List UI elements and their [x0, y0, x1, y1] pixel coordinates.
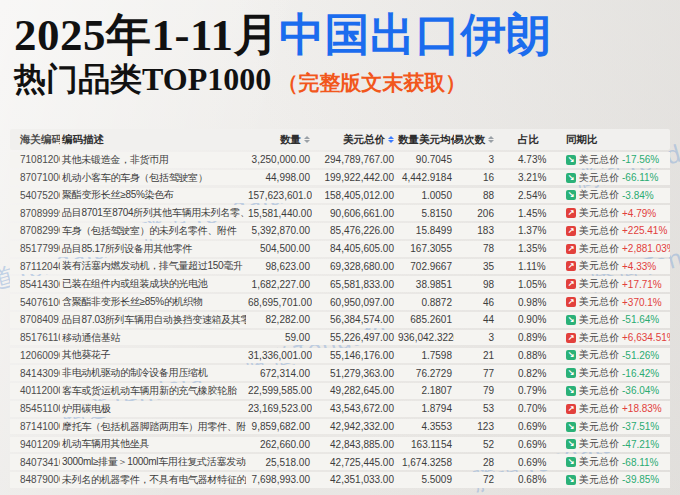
yoy-metric-label: 美元总价: [579, 277, 619, 291]
yoy-percent: -68.11%: [622, 457, 659, 468]
trade-count-cell: 28: [454, 457, 496, 468]
trend-icon: ↘: [566, 475, 576, 485]
quantity-cell: 23,169,523.00: [246, 403, 312, 414]
yoy-metric-label: 美元总价: [579, 437, 619, 451]
share-cell: 1.05%: [496, 279, 552, 290]
hs-code-cell: 85414300: [10, 279, 60, 290]
quantity-cell: 1,682,227.00: [246, 279, 312, 290]
trend-icon: ↗: [566, 261, 576, 271]
avg-price-cell: 5.8150: [396, 208, 454, 219]
sort-caret-icon[interactable]: [488, 136, 494, 143]
table-row: 87084091 品目87.03所列车辆用自动换挡变速箱及其零件 82,282.…: [10, 312, 670, 328]
avg-price-cell: 4,442.9184: [396, 172, 454, 183]
avg-price-cell: 1,674.3258: [396, 457, 454, 468]
avg-price-cell: 0.8872: [396, 297, 454, 308]
description-cell: 3000ml≥排量＞1000ml车用往复式活塞发动机: [60, 455, 246, 469]
avg-price-cell: 15.8499: [396, 225, 454, 236]
trend-icon: ↘: [566, 155, 576, 165]
table-row: 12060090 其他葵花子 31,336,001.00 55,146,176.…: [10, 348, 670, 364]
header-quantity-sort[interactable]: 数量: [246, 133, 312, 147]
trade-count-cell: 123: [454, 421, 496, 432]
usd-total-cell: 60,950,097.00: [312, 297, 396, 308]
trade-count-cell: 183: [454, 225, 496, 236]
trade-count-cell: 79: [454, 385, 496, 396]
yoy-percent: -66.11%: [622, 172, 659, 183]
trade-count-cell: 21: [454, 350, 496, 361]
table-row: 85414300 已装在组件内或组装成块的光电池 1,682,227.00 65…: [10, 276, 670, 292]
yoy-cell: ↗ 美元总价 +18.83%: [552, 402, 670, 416]
trend-icon: ↘: [566, 457, 576, 467]
header-trade-count-label: 贸易次数: [454, 133, 485, 147]
share-cell: 1.11%: [496, 261, 552, 272]
hs-code-cell: 87112040: [10, 261, 60, 272]
yoy-cell: ↘ 美元总价 -66.11%: [552, 171, 670, 185]
yoy-percent: +17.71%: [622, 279, 662, 290]
yoy-cell: ↗ 美元总价 +6,634.51%: [552, 331, 670, 345]
usd-total-cell: 43,543,672.00: [312, 403, 396, 414]
header-hs-code: 海关编码: [10, 133, 60, 147]
table-row: 85176110 移动通信基站 59.00 55,226,497.00 936,…: [10, 330, 670, 346]
yoy-metric-label: 美元总价: [579, 384, 619, 398]
sort-caret-icon[interactable]: [304, 136, 310, 143]
share-cell: 2.54%: [496, 190, 552, 201]
header-avg-price: 数量美元均价: [396, 133, 454, 147]
sort-caret-active-icon[interactable]: [388, 136, 394, 143]
yoy-percent: -39.85%: [622, 474, 659, 485]
yoy-cell: ↗ 美元总价 +2,881.03%: [552, 242, 670, 256]
yoy-cell: ↗ 美元总价 +4.33%: [552, 259, 670, 273]
description-cell: 车身（包括驾驶室）的未列名零件、附件: [60, 224, 246, 238]
yoy-metric-label: 美元总价: [579, 455, 619, 469]
table-row: 54076100 含聚酯非变形长丝≥85%的机织物 68,695,701.00 …: [10, 294, 670, 310]
share-cell: 0.70%: [496, 403, 552, 414]
usd-total-cell: 90,606,661.00: [312, 208, 396, 219]
yoy-percent: -47.21%: [622, 439, 659, 450]
share-cell: 3.21%: [496, 172, 552, 183]
avg-price-cell: 5.5009: [396, 474, 454, 485]
avg-price-cell: 1.8794: [396, 403, 454, 414]
avg-price-cell: 76.2729: [396, 368, 454, 379]
yoy-cell: ↗ 美元总价 +225.41%: [552, 224, 670, 238]
trade-count-cell: 16: [454, 172, 496, 183]
share-cell: 0.82%: [496, 368, 552, 379]
yoy-metric-label: 美元总价: [579, 224, 619, 238]
usd-total-cell: 55,226,497.00: [312, 332, 396, 343]
title-note: （完整版文末获取）: [277, 71, 466, 95]
yoy-cell: ↘ 美元总价 -47.21%: [552, 437, 670, 451]
yoy-percent: -37.51%: [622, 421, 659, 432]
quantity-cell: 672,314.00: [246, 368, 312, 379]
table-row: 84879000 未列名的机器零件，不具有电气器材特征的 7,698,993.0…: [10, 472, 670, 488]
avg-price-cell: 167.3055: [396, 243, 454, 254]
trend-icon: ↗: [566, 226, 576, 236]
trade-count-cell: 46: [454, 297, 496, 308]
table-body: 71081200 其他未锻造金，非货币用 3,250,000.00 294,78…: [10, 152, 670, 488]
quantity-cell: 25,518.00: [246, 457, 312, 468]
hs-code-cell: 40112000: [10, 385, 60, 396]
trade-count-cell: 98: [454, 279, 496, 290]
trend-icon: ↗: [566, 244, 576, 254]
yoy-percent: +18.83%: [622, 403, 662, 414]
trade-count-cell: 44: [454, 314, 496, 325]
avg-price-cell: 1.0050: [396, 190, 454, 201]
usd-total-cell: 65,581,833.00: [312, 279, 396, 290]
yoy-metric-label: 美元总价: [579, 259, 619, 273]
hs-code-cell: 84143090: [10, 368, 60, 379]
description-cell: 聚酯变形长丝≥85%染色布: [60, 188, 246, 202]
header-trade-count-sort[interactable]: 贸易次数: [454, 133, 496, 147]
yoy-cell: ↘ 美元总价 -36.04%: [552, 384, 670, 398]
yoy-cell: ↗ 美元总价 +4.79%: [552, 206, 670, 220]
yoy-metric-label: 美元总价: [579, 242, 619, 256]
yoy-metric-label: 美元总价: [579, 473, 619, 487]
description-cell: 已装在组件内或组装成块的光电池: [60, 277, 246, 291]
yoy-metric-label: 美元总价: [579, 402, 619, 416]
usd-total-cell: 49,282,645.00: [312, 385, 396, 396]
usd-total-cell: 158,405,012.00: [312, 190, 396, 201]
trend-icon: ↗: [566, 208, 576, 218]
quantity-cell: 9,859,682.00: [246, 421, 312, 432]
yoy-metric-label: 美元总价: [579, 348, 619, 362]
header-usd-total-sort[interactable]: 美元总价: [312, 133, 396, 147]
yoy-percent: +225.41%: [622, 225, 667, 236]
hs-code-cell: 85451100: [10, 403, 60, 414]
quantity-cell: 262,660.00: [246, 439, 312, 450]
share-cell: 1.35%: [496, 243, 552, 254]
description-cell: 装有活塞内燃发动机，排气量超过150毫升，但不超...: [60, 259, 246, 273]
